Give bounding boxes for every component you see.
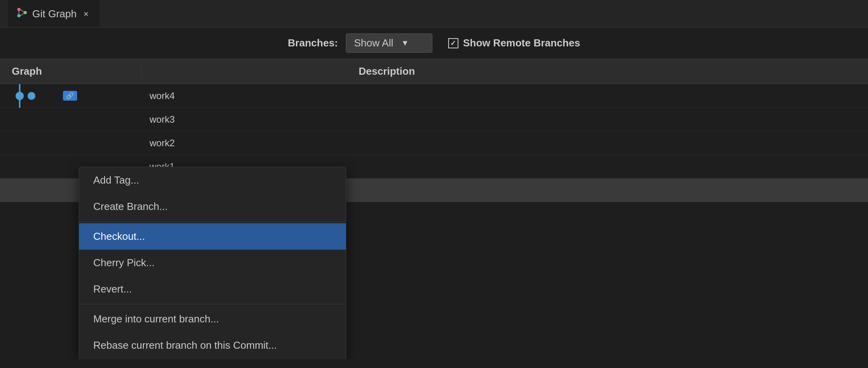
branches-label: Branches: — [288, 37, 338, 49]
git-graph-tab[interactable]: Git Graph × — [8, 0, 100, 27]
branch-tag: 🔗 — [63, 91, 77, 101]
svg-line-4 — [20, 13, 24, 16]
context-menu-cherry-pick[interactable]: Cherry Pick... — [79, 250, 346, 276]
chevron-down-icon: ▼ — [401, 39, 409, 48]
svg-point-0 — [17, 8, 20, 11]
context-menu-reset[interactable]: Reset current branch to this Commit... — [79, 359, 346, 359]
commit-label: work2 — [142, 138, 632, 149]
col-description-header: Description — [142, 65, 632, 77]
table-row[interactable]: work3 — [0, 108, 868, 131]
context-menu-create-branch[interactable]: Create Branch... — [79, 193, 346, 220]
commit-label: work3 — [142, 114, 632, 125]
menu-divider — [79, 304, 346, 304]
toolbar: Branches: Show All ▼ ✓ Show Remote Branc… — [0, 28, 868, 59]
svg-line-5 — [20, 9, 24, 12]
context-menu-merge[interactable]: Merge into current branch... — [79, 306, 346, 332]
table-row[interactable]: 🔗 work4 — [0, 84, 868, 108]
context-menu-revert[interactable]: Revert... — [79, 276, 346, 302]
git-graph-tab-icon — [16, 6, 28, 22]
branches-select-value: Show All — [354, 37, 393, 49]
tab-bar: Git Graph × — [0, 0, 868, 28]
graph-area: 🔗 work4 work3 — [0, 84, 868, 359]
show-remote-branches-control: ✓ Show Remote Branches — [448, 37, 580, 49]
svg-point-2 — [24, 11, 27, 14]
menu-divider — [79, 221, 346, 222]
branches-select[interactable]: Show All ▼ — [346, 33, 432, 53]
context-menu-checkout[interactable]: Checkout... — [79, 223, 346, 250]
context-menu: Add Tag... Create Branch... Checkout... … — [79, 167, 346, 359]
col-graph-header: Graph — [0, 65, 142, 77]
show-remote-branches-label: Show Remote Branches — [463, 37, 580, 49]
svg-point-1 — [17, 14, 20, 17]
svg-point-14 — [16, 92, 23, 99]
tab-close-button[interactable]: × — [81, 9, 92, 20]
commit-label: work4 — [142, 90, 632, 101]
show-remote-branches-checkbox[interactable]: ✓ — [448, 38, 458, 48]
table-header: Graph Description — [0, 59, 868, 84]
table-row[interactable]: work2 — [0, 131, 868, 155]
git-graph-tab-label: Git Graph — [32, 8, 77, 20]
context-menu-rebase[interactable]: Rebase current branch on this Commit... — [79, 332, 346, 359]
context-menu-add-tag[interactable]: Add Tag... — [79, 167, 346, 193]
